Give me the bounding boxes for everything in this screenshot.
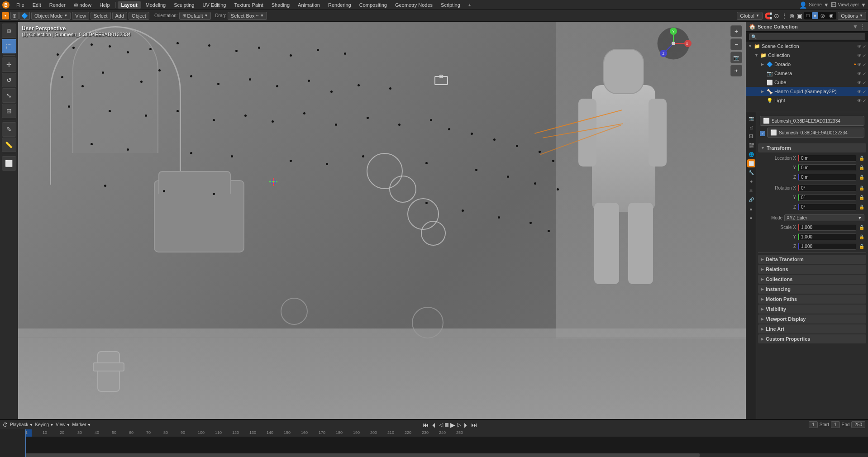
dorado-eye-icon[interactable]: 👁 <box>857 62 862 67</box>
rotation-y-field[interactable]: 0° <box>798 194 856 201</box>
workspace-geometry-nodes[interactable]: Geometry Nodes <box>391 1 436 9</box>
dorado-select-icon[interactable]: ✓ <box>863 62 866 67</box>
overlay-icon[interactable]: ⊚ <box>789 12 795 19</box>
scene-prop-icon[interactable]: 🎬 <box>747 141 755 149</box>
cube-select-icon[interactable]: ✓ <box>863 80 866 85</box>
output-icon[interactable]: 🖨 <box>747 123 755 131</box>
visibility-header[interactable]: ▶ Visibility <box>758 305 866 314</box>
relations-header[interactable]: ▶ Relations <box>758 265 866 274</box>
world-prop-icon[interactable]: 🌐 <box>747 150 755 158</box>
start-frame-field[interactable]: 1 <box>831 421 840 428</box>
viewport-display-header[interactable]: ▶ Viewport Display <box>758 314 866 324</box>
motion-paths-header[interactable]: ▶ Motion Paths <box>758 295 866 304</box>
menu-window[interactable]: Window <box>70 1 95 9</box>
marker-dropdown[interactable]: Marker ▼ <box>72 422 91 427</box>
scale-tool[interactable]: ⤡ <box>2 88 16 103</box>
rotation-x-field[interactable]: 0° <box>798 185 856 191</box>
menu-file[interactable]: File <box>13 1 28 9</box>
custom-properties-header[interactable]: ▶ Custom Properties <box>758 334 866 343</box>
rotation-y-lock[interactable]: 🔒 <box>859 195 864 200</box>
shading-dots-icon[interactable]: ⋮ <box>781 12 787 19</box>
wireframe-mode[interactable]: □ <box>805 12 811 19</box>
vis-eye-icon[interactable]: 👁 <box>857 44 862 49</box>
material-mode[interactable]: ◎ <box>819 12 827 19</box>
instancing-header[interactable]: ▶ Instancing <box>758 285 866 294</box>
rotate-tool[interactable]: ↺ <box>2 73 16 87</box>
mode-select[interactable]: XYZ Euler ▼ <box>784 214 864 221</box>
camera-eye-icon[interactable]: 👁 <box>857 71 862 76</box>
outliner-item-camera[interactable]: ▶ 📷 Camera 👁 ✓ <box>746 69 868 78</box>
outliner-options-icon[interactable]: ⋮ <box>860 24 865 30</box>
object-visibility-checkbox[interactable]: ✓ <box>760 131 765 136</box>
nav-gizmo-widget[interactable]: X Y Z <box>655 25 692 62</box>
rendered-mode[interactable]: ◉ <box>827 12 835 19</box>
view-btn[interactable]: View <box>72 12 89 20</box>
workspace-scripting[interactable]: Scripting <box>437 1 464 9</box>
scale-x-field[interactable]: 1.000 <box>798 224 856 231</box>
scale-y-lock[interactable]: 🔒 <box>859 234 864 239</box>
solid-mode[interactable]: ● <box>812 12 819 19</box>
current-frame-field[interactable]: 1 <box>809 421 818 428</box>
zoom-in-btn[interactable]: + <box>730 25 742 37</box>
object-btn[interactable]: Object <box>129 12 149 20</box>
transform-tool[interactable]: ⊞ <box>2 104 16 118</box>
workspace-layout[interactable]: Layout <box>118 1 141 9</box>
rotation-z-field[interactable]: 0° <box>798 204 856 210</box>
timeline-ruler[interactable]: 1 10 20 30 40 50 60 70 80 90 100 110 120… <box>25 429 868 437</box>
tl-scrollbar-thumb[interactable] <box>25 453 700 457</box>
location-x-lock[interactable]: 🔒 <box>859 156 864 161</box>
workspace-shading[interactable]: Shading <box>268 1 293 9</box>
location-z-lock[interactable]: 🔒 <box>859 175 864 180</box>
rotation-x-lock[interactable]: 🔒 <box>859 186 864 190</box>
view-layer-prop-icon[interactable]: 🎞 <box>747 132 755 140</box>
options-btn[interactable]: Options ▼ <box>838 12 866 20</box>
transform-section-header[interactable]: ▼ Transform <box>758 143 866 152</box>
workspace-sculpting[interactable]: Sculpting <box>170 1 198 9</box>
line-art-header[interactable]: ▶ Line Art <box>758 324 866 333</box>
3d-viewport[interactable]: X Y Z + − 📷 ✈ <box>18 22 746 419</box>
workspace-uv-editing[interactable]: UV Editing <box>199 1 230 9</box>
render-icon[interactable]: 📷 <box>747 114 755 122</box>
camera-select-icon[interactable]: ✓ <box>863 71 866 76</box>
global-dropdown[interactable]: Global ▼ <box>737 12 763 20</box>
step-fwd2-btn[interactable]: ⏵ <box>463 421 469 428</box>
xray-icon[interactable]: ▣ <box>796 12 802 19</box>
location-y-field[interactable]: 0 m <box>798 164 856 171</box>
collections-header[interactable]: ▶ Collections <box>758 275 866 284</box>
play-btn[interactable]: ▶ <box>450 421 455 428</box>
object-name-field-2[interactable]: ⬜ Submesh_0.38D4EE9AD0132334 <box>767 128 864 138</box>
zoom-out-btn[interactable]: − <box>730 38 742 50</box>
workspace-animation[interactable]: Animation <box>294 1 324 9</box>
light-select-icon[interactable]: ✓ <box>863 98 866 103</box>
magnet-icon[interactable]: 🧲 <box>764 12 772 19</box>
delta-transform-header[interactable]: ▶ Delta Transform <box>758 255 866 264</box>
add-btn[interactable]: Add <box>112 12 128 20</box>
workspace-texture-paint[interactable]: Texture Paint <box>230 1 267 9</box>
location-z-field[interactable]: 0 m <box>798 174 856 181</box>
scale-x-lock[interactable]: 🔒 <box>859 225 864 230</box>
drag-dropdown[interactable]: Select Box ~ ▼ <box>228 12 267 20</box>
timeline-track-content[interactable] <box>25 437 868 457</box>
outliner-search-input[interactable] <box>749 33 865 40</box>
cube-eye-icon[interactable]: 👁 <box>857 80 862 85</box>
account-icon[interactable]: 👤 <box>799 1 807 9</box>
step-fwd-btn[interactable]: ▷ <box>457 422 461 428</box>
end-frame-field[interactable]: 250 <box>851 421 865 428</box>
workspace-add[interactable]: + <box>465 1 475 9</box>
camera-btn[interactable]: 📷 <box>730 52 742 63</box>
jump-end-btn[interactable]: ⏭ <box>471 421 477 428</box>
physics-prop-icon[interactable]: ⚛ <box>747 186 755 195</box>
light-eye-icon[interactable]: 👁 <box>857 98 862 103</box>
location-x-field[interactable]: 0 m <box>798 155 856 162</box>
outliner-item-dorado[interactable]: ▶ 🔷 Dorado ● 👁 ✓ <box>746 60 868 69</box>
coll-eye-icon[interactable]: 👁 <box>857 53 862 58</box>
scene-icon[interactable]: ▼ <box>824 2 829 8</box>
material-prop-icon[interactable]: ● <box>747 214 755 222</box>
pivot-icon[interactable]: ⊕ <box>10 12 19 20</box>
workspace-modeling[interactable]: Modeling <box>142 1 170 9</box>
object-mode-dropdown[interactable]: Object Mode ▼ <box>31 12 71 20</box>
view-dropdown[interactable]: View ▼ <box>56 422 70 427</box>
hanzo-select-icon[interactable]: ✓ <box>863 89 866 94</box>
workspace-compositing[interactable]: Compositing <box>356 1 391 9</box>
tl-scrollbar[interactable] <box>25 453 868 457</box>
